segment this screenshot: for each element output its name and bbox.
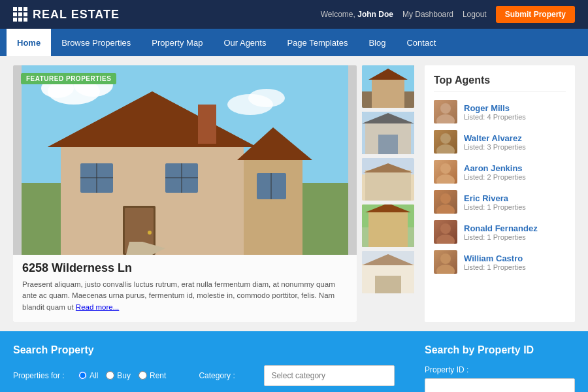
radio-buy-label: Buy — [106, 371, 131, 380]
agents-title: Top Agents — [434, 74, 566, 92]
radio-rent-label: Rent — [139, 371, 166, 380]
search-by-id-panel: Search by Property ID Property ID : Sear… — [425, 344, 575, 392]
featured-image — [13, 65, 357, 255]
nav-contact[interactable]: Contact — [396, 29, 446, 56]
featured-main: FEATURED PROPERTIES — [13, 65, 357, 322]
svg-point-52 — [440, 193, 451, 204]
agent-info-2: Walter Alvarez Listed: 3 Properties — [464, 133, 526, 151]
search-property-title: Search Property — [13, 344, 412, 356]
svg-point-48 — [440, 133, 451, 144]
agent-info-5: Ronald Fernandez Listed: 1 Properties — [464, 223, 538, 241]
agent-info-1: Roger Mills Listed: 4 Properties — [464, 103, 526, 121]
main-nav: Home Browse Properties Property Map Our … — [0, 29, 588, 56]
thumbnail-5[interactable] — [362, 251, 414, 293]
svg-point-56 — [440, 253, 451, 264]
property-id-input[interactable] — [425, 378, 575, 392]
agent-info-3: Aaron Jenkins Listed: 2 Properties — [464, 163, 526, 181]
agent-listed-5: Listed: 1 Properties — [464, 233, 538, 241]
agent-listed-4: Listed: 1 Properties — [464, 203, 526, 211]
radio-all[interactable] — [78, 371, 87, 380]
svg-rect-28 — [372, 78, 404, 108]
agent-item: Walter Alvarez Listed: 3 Properties — [434, 130, 566, 154]
logo-icon — [13, 7, 27, 22]
header: REAL ESTATE Welcome, John Doe My Dashboa… — [0, 0, 588, 29]
submit-property-button[interactable]: Submit Property — [496, 6, 575, 23]
agent-avatar-4 — [434, 190, 457, 214]
svg-rect-33 — [378, 135, 398, 154]
featured-description: Praesent aliquam, justo convallis luctus… — [22, 279, 348, 313]
agent-item: Roger Mills Listed: 4 Properties — [434, 100, 566, 123]
svg-point-49 — [436, 144, 455, 154]
agent-info-4: Eric Rivera Listed: 1 Properties — [464, 193, 526, 211]
agent-avatar-1 — [434, 100, 457, 123]
logo-text: REAL ESTATE — [33, 8, 120, 22]
properties-for-label: Properties for : — [13, 371, 72, 380]
nav-blog[interactable]: Blog — [358, 29, 396, 56]
nav-page-templates[interactable]: Page Templates — [276, 29, 358, 56]
category-label: Category : — [199, 371, 257, 380]
featured-badge: FEATURED PROPERTIES — [21, 73, 116, 84]
svg-point-53 — [436, 204, 455, 214]
nav-our-agents[interactable]: Our Agents — [213, 29, 276, 56]
agent-item: Aaron Jenkins Listed: 2 Properties — [434, 160, 566, 184]
agent-name-2[interactable]: Walter Alvarez — [464, 133, 526, 143]
nav-property-map[interactable]: Property Map — [141, 29, 213, 56]
svg-rect-36 — [365, 170, 411, 201]
svg-point-51 — [436, 174, 455, 184]
agent-listed-2: Listed: 3 Properties — [464, 143, 526, 151]
svg-rect-40 — [368, 211, 408, 247]
thumbnail-3[interactable] — [362, 158, 414, 201]
search-section: Search Property Properties for : All Buy… — [0, 331, 588, 392]
agent-listed-3: Listed: 2 Properties — [464, 173, 526, 181]
property-id-label: Property ID : — [425, 365, 575, 374]
agent-avatar-2 — [434, 130, 457, 154]
agent-avatar-3 — [434, 160, 457, 184]
user-name: John Doe — [357, 10, 393, 19]
svg-point-5 — [248, 89, 285, 107]
agent-name-5[interactable]: Ronald Fernandez — [464, 223, 538, 233]
svg-point-47 — [436, 114, 455, 123]
logo: REAL ESTATE — [13, 7, 120, 22]
thumbnail-column — [362, 65, 414, 322]
svg-point-55 — [436, 235, 455, 244]
thumbnail-2[interactable] — [362, 112, 414, 154]
agent-name-4[interactable]: Eric Rivera — [464, 193, 526, 203]
featured-section: FEATURED PROPERTIES — [13, 65, 414, 322]
svg-point-46 — [440, 103, 451, 114]
nav-browse-properties[interactable]: Browse Properties — [51, 29, 141, 56]
radio-group: All Buy Rent — [78, 371, 166, 380]
agent-item: Eric Rivera Listed: 1 Properties — [434, 190, 566, 214]
agent-item: Ronald Fernandez Listed: 1 Properties — [434, 220, 566, 244]
dashboard-link[interactable]: My Dashboard — [402, 10, 453, 19]
category-input[interactable] — [264, 365, 395, 386]
agent-name-1[interactable]: Roger Mills — [464, 103, 526, 113]
radio-buy[interactable] — [106, 371, 114, 380]
svg-rect-45 — [375, 276, 401, 293]
agent-name-6[interactable]: William Castro — [464, 253, 526, 263]
agent-listed-6: Listed: 1 Properties — [464, 263, 526, 271]
svg-point-18 — [148, 231, 152, 235]
svg-point-50 — [440, 163, 451, 174]
radio-rent[interactable] — [139, 371, 147, 380]
thumbnail-1[interactable] — [362, 65, 414, 108]
agents-panel: Top Agents Roger Mills Listed: 4 Propert… — [425, 65, 575, 322]
featured-caption: 6258 Wilderness Ln Praesent aliquam, jus… — [13, 255, 357, 322]
agent-item: William Castro Listed: 1 Properties — [434, 250, 566, 274]
read-more-link[interactable]: Read more... — [76, 303, 119, 311]
welcome-text: Welcome, John Doe — [321, 10, 393, 19]
radio-all-label: All — [78, 371, 98, 380]
agent-avatar-6 — [434, 250, 457, 274]
agent-name-3[interactable]: Aaron Jenkins — [464, 163, 526, 173]
search-by-id-title: Search by Property ID — [425, 344, 575, 356]
svg-point-57 — [436, 265, 455, 274]
agent-listed-1: Listed: 4 Properties — [464, 113, 526, 121]
svg-rect-20 — [244, 157, 302, 255]
svg-rect-19 — [198, 105, 216, 144]
search-property-panel: Search Property Properties for : All Buy… — [13, 344, 412, 392]
featured-title: 6258 Wilderness Ln — [22, 261, 348, 275]
logout-link[interactable]: Logout — [463, 10, 487, 19]
agent-avatar-5 — [434, 220, 457, 244]
nav-home[interactable]: Home — [7, 29, 51, 56]
thumbnail-4[interactable] — [362, 204, 414, 247]
main-content: FEATURED PROPERTIES — [0, 56, 588, 331]
